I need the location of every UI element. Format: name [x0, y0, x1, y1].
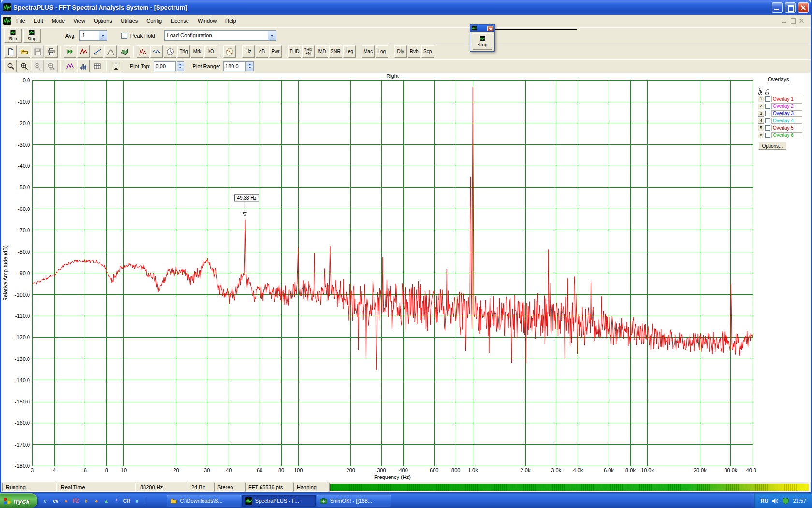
quick-launch-icon-9[interactable]: CR: [122, 497, 130, 505]
surface-button[interactable]: [118, 45, 130, 58]
db-button[interactable]: dB: [256, 45, 268, 58]
stop-button[interactable]: Stop: [23, 29, 41, 43]
waterfall-button[interactable]: [104, 45, 117, 58]
phase-view-button[interactable]: [164, 45, 176, 58]
imd-button[interactable]: IMD: [316, 45, 328, 58]
menu-item-license[interactable]: License: [166, 16, 193, 25]
peak-hold-curve-button[interactable]: [64, 60, 76, 72]
menu-item-file[interactable]: File: [12, 16, 29, 25]
time-series-button[interactable]: [150, 45, 163, 58]
taskbar-task-1[interactable]: C:\Downloads\S...: [167, 495, 241, 507]
mdi-restore-button[interactable]: [790, 18, 796, 23]
leq-button[interactable]: Leq: [343, 45, 356, 58]
scope-button[interactable]: Scp: [421, 45, 434, 58]
power-button[interactable]: Pwr: [269, 45, 282, 58]
snr-button[interactable]: SNR: [329, 45, 342, 58]
quick-launch-icon-3[interactable]: ●: [61, 497, 70, 505]
macro-button[interactable]: Mac: [362, 45, 375, 58]
peak-curve-button[interactable]: [77, 45, 90, 58]
taskbar-clock[interactable]: 21:57: [793, 498, 806, 504]
marker-button[interactable]: Mrk: [191, 45, 203, 58]
floating-stop-button[interactable]: Stop: [473, 33, 492, 50]
plot-top-input[interactable]: 0.00: [154, 61, 176, 71]
run-button[interactable]: Run: [4, 29, 22, 43]
log-button[interactable]: Log: [376, 45, 388, 58]
menu-item-edit[interactable]: Edit: [29, 16, 47, 25]
zoom-in-button[interactable]: 2x: [18, 60, 30, 72]
signal-generator-button[interactable]: [223, 45, 236, 58]
thd-n-button[interactable]: THD+N: [302, 45, 315, 58]
open-button[interactable]: [18, 45, 30, 58]
menu-item-mode[interactable]: Mode: [47, 16, 70, 25]
peak-hold-checkbox[interactable]: [121, 33, 127, 39]
language-indicator[interactable]: RU: [761, 498, 768, 504]
menu-item-options[interactable]: Options: [89, 16, 116, 25]
configuration-dropdown-button[interactable]: [268, 31, 276, 40]
io-button[interactable]: I/O: [204, 45, 217, 58]
overlay-set-button-4[interactable]: 4: [758, 118, 764, 124]
trigger-button[interactable]: Trig: [177, 45, 190, 58]
quick-launch-icon-7[interactable]: ▲: [102, 497, 110, 505]
print-button[interactable]: [45, 45, 58, 58]
hz-button[interactable]: Hz: [242, 45, 255, 58]
restore-button[interactable]: [785, 2, 796, 13]
spectrum-plot[interactable]: 34681020304060801002003004006008001.0k2.…: [1, 73, 756, 482]
overlay-set-button-2[interactable]: 2: [758, 103, 764, 109]
tray-shield-icon[interactable]: [782, 497, 789, 505]
plot-range-spinner[interactable]: [246, 61, 254, 71]
system-menu-icon[interactable]: [3, 17, 11, 25]
quick-launch-icon-2[interactable]: ev: [51, 497, 59, 505]
overlay-on-checkbox-4[interactable]: [765, 118, 770, 123]
title-bar[interactable]: SpectraPLUS - FFT Spectral Analysis Syst…: [1, 0, 811, 15]
mdi-close-button[interactable]: [799, 18, 805, 23]
quick-launch-icon-1[interactable]: e: [41, 497, 49, 505]
quick-launch-icon-8[interactable]: *: [112, 497, 120, 505]
close-button[interactable]: [798, 2, 809, 13]
overlay-on-checkbox-5[interactable]: [765, 125, 770, 131]
overlay-on-checkbox-1[interactable]: [765, 96, 770, 102]
svg-text:4: 4: [53, 467, 56, 473]
menu-item-view[interactable]: View: [69, 16, 89, 25]
plot-top-spinner[interactable]: [177, 61, 184, 71]
volume-icon[interactable]: [771, 497, 779, 505]
menu-item-window[interactable]: Window: [193, 16, 221, 25]
avg-dropdown-button[interactable]: [99, 31, 107, 40]
start-button[interactable]: пуск: [0, 493, 37, 508]
floating-stop-titlebar[interactable]: [470, 25, 494, 32]
overlay-set-button-3[interactable]: 3: [758, 110, 764, 117]
mdi-minimize-button[interactable]: [782, 18, 787, 23]
thd-button[interactable]: THD: [288, 45, 301, 58]
overlay-set-button-6[interactable]: 6: [758, 132, 764, 138]
menu-item-utilities[interactable]: Utilities: [116, 16, 142, 25]
slope-button[interactable]: [91, 45, 103, 58]
configuration-combo[interactable]: Load Configuration: [164, 30, 276, 41]
overlay-on-checkbox-3[interactable]: [765, 111, 770, 116]
overlay-on-checkbox-2[interactable]: [765, 104, 770, 109]
minimize-button[interactable]: [772, 2, 783, 13]
new-file-button[interactable]: [4, 45, 17, 58]
quick-launch-icon-5[interactable]: ¤: [82, 497, 90, 505]
quick-launch-icon-4[interactable]: FZ: [72, 497, 80, 505]
fast-forward-button[interactable]: [64, 45, 76, 58]
overlay-options-button[interactable]: Options...: [758, 142, 786, 150]
overlay-on-checkbox-6[interactable]: [765, 133, 770, 138]
spectrum-view-button[interactable]: [137, 45, 149, 58]
zoom-button[interactable]: [4, 60, 17, 72]
delay-button[interactable]: Dly: [394, 45, 407, 58]
vertical-scale-button[interactable]: [110, 60, 122, 72]
bar-display-button[interactable]: [77, 60, 90, 72]
quick-launch-icon-6[interactable]: ●: [92, 497, 100, 505]
floating-close-button[interactable]: [487, 26, 493, 31]
avg-combo[interactable]: 1: [79, 30, 107, 41]
chart-region[interactable]: 34681020304060801002003004006008001.0k2.…: [1, 73, 756, 482]
overlay-set-button-5[interactable]: 5: [758, 125, 764, 131]
grid-display-button[interactable]: [91, 60, 103, 72]
plot-range-input[interactable]: 180.0: [223, 61, 246, 71]
reverb-button[interactable]: Rvb: [408, 45, 420, 58]
menu-item-help[interactable]: Help: [221, 16, 241, 25]
taskbar-task-3[interactable]: SnimOK! - [[168...: [317, 495, 391, 507]
quick-launch-icon-10[interactable]: ■: [132, 497, 141, 505]
menu-item-config[interactable]: Config: [142, 16, 166, 25]
taskbar-task-2[interactable]: SpectraPLUS - F...: [242, 495, 316, 507]
overlay-set-button-1[interactable]: 1: [758, 96, 764, 102]
